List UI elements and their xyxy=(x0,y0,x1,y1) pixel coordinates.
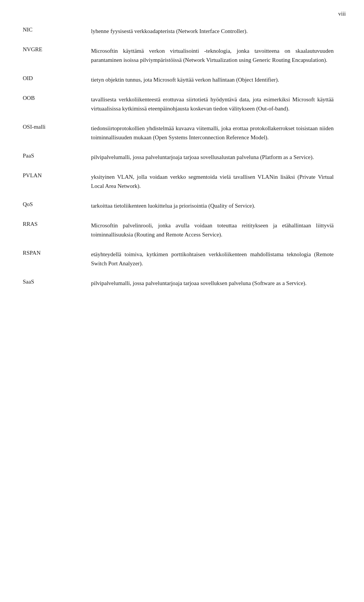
glossary-entry: QoStarkoittaa tietoliikenteen luokittelu… xyxy=(23,201,334,210)
glossary-definition: tietyn objektin tunnus, jota Microsoft k… xyxy=(91,75,334,84)
glossary-entry: OIDtietyn objektin tunnus, jota Microsof… xyxy=(23,75,334,84)
glossary-entry: RSPANetäyhteydellä toimiva, kytkimen por… xyxy=(23,250,334,268)
glossary-entry: PaaSpilvipalvelumalli, jossa palveluntar… xyxy=(23,153,334,162)
glossary-term: OOB xyxy=(23,95,91,101)
glossary-term: NIC xyxy=(23,27,91,33)
glossary-term: NVGRE xyxy=(23,46,91,53)
glossary-entry: PVLANyksityinen VLAN, jolla voidaan verk… xyxy=(23,172,334,191)
glossary-term: OID xyxy=(23,75,91,82)
glossary-term: PaaS xyxy=(23,153,91,159)
glossary-definition: lyhenne fyysisestä verkkoadapterista (Ne… xyxy=(91,27,334,36)
glossary-entry: NVGREMicrosoftin käyttämä verkon virtual… xyxy=(23,46,334,65)
glossary-definition: etäyhteydellä toimiva, kytkimen porttiko… xyxy=(91,250,334,268)
glossary-definition: Microsoftin palvelinrooli, jonka avulla … xyxy=(91,221,334,239)
glossary-term: RRAS xyxy=(23,221,91,227)
page-content: NIClyhenne fyysisestä verkkoadapterista … xyxy=(0,0,364,321)
glossary-entry: RRASMicrosoftin palvelinrooli, jonka avu… xyxy=(23,221,334,239)
glossary-definition: tavallisesta verkkoliikenteestä erottuva… xyxy=(91,95,334,113)
glossary-definition: yksityinen VLAN, jolla voidaan verkko se… xyxy=(91,172,334,191)
glossary-definition: pilvipalvelumalli, jossa palveluntarjoaj… xyxy=(91,153,334,162)
glossary-term: SaaS xyxy=(23,279,91,285)
glossary-term: QoS xyxy=(23,201,91,208)
glossary-term: OSI-malli xyxy=(23,124,91,130)
glossary-definition: Microsoftin käyttämä verkon virtualisoin… xyxy=(91,46,334,65)
glossary-term: RSPAN xyxy=(23,250,91,256)
glossary-entry: NIClyhenne fyysisestä verkkoadapterista … xyxy=(23,27,334,36)
glossary-definition: tiedonsiirtoprotokollien yhdistelmää kuv… xyxy=(91,124,334,142)
page-number: viii xyxy=(338,11,346,17)
glossary-entry: SaaSpilvipalvelumalli, jossa palveluntar… xyxy=(23,279,334,288)
glossary-definition: tarkoittaa tietoliikenteen luokittelua j… xyxy=(91,201,334,210)
glossary-entry: OSI-mallitiedonsiirtoprotokollien yhdist… xyxy=(23,124,334,142)
glossary-definition: pilvipalvelumalli, jossa palveluntarjoaj… xyxy=(91,279,334,288)
glossary-term: PVLAN xyxy=(23,172,91,179)
glossary-entry: OOBtavallisesta verkkoliikenteestä erott… xyxy=(23,95,334,113)
